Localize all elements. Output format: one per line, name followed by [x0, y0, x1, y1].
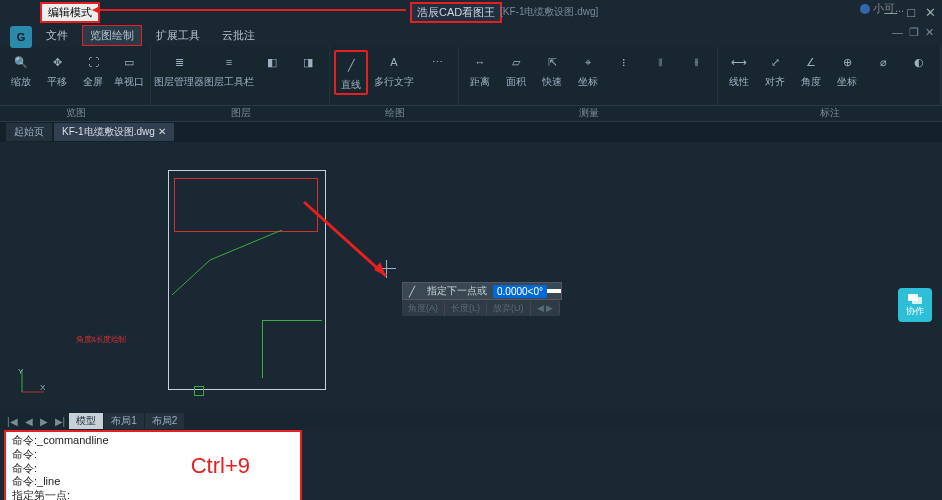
d2-icon: ⌀	[871, 50, 895, 74]
collab-button[interactable]: 协作	[898, 288, 932, 322]
ribbon-mtext-button[interactable]: A多行文字	[370, 50, 418, 95]
prompt-value[interactable]: 0.0000<0°	[493, 285, 547, 298]
ucs-icon: YX	[18, 366, 48, 396]
area-icon: ▱	[504, 50, 528, 74]
ribbon-area-button[interactable]: ▱面积	[499, 50, 533, 89]
ribbon-align-button[interactable]: ⤢对齐	[758, 50, 792, 89]
ribbon-linear-button[interactable]: ⟷线性	[722, 50, 756, 89]
ribbon-m3-button[interactable]: ⫵	[679, 50, 713, 89]
pan-icon: ✥	[45, 50, 69, 74]
svg-text:X: X	[40, 383, 46, 392]
menu-2[interactable]: 扩展工具	[148, 25, 208, 46]
m2-icon: ⫴	[648, 50, 672, 74]
red-rect	[174, 178, 318, 232]
ribbon-extra-button[interactable]: ⋯	[420, 50, 454, 95]
doc-tab-1[interactable]: KF-1电缆敷设图.dwg ✕	[54, 123, 174, 141]
extra-icon: ⋯	[425, 50, 449, 74]
ribbon-group-labels: 览图图层绘图测量标注	[0, 106, 942, 122]
d3-icon: ◐	[907, 50, 931, 74]
dist-icon: ↔	[468, 50, 492, 74]
menu-1[interactable]: 览图绘制	[82, 25, 142, 46]
close2-icon[interactable]: ✕	[925, 26, 934, 39]
window-controls: — □ ✕	[884, 5, 936, 20]
min2-icon[interactable]: —	[892, 26, 903, 39]
layer-a-icon: ◧	[260, 50, 284, 74]
shortcut-overlay: Ctrl+9	[191, 452, 250, 480]
align-icon: ⤢	[763, 50, 787, 74]
layout-nav[interactable]: |◀	[4, 416, 21, 427]
ribbon-layer-tools-button[interactable]: ≡图层工具栏	[205, 50, 253, 89]
layer-tools-icon: ≡	[217, 50, 241, 74]
opt-nav[interactable]: ◀ ▶	[531, 302, 561, 314]
grip-handle[interactable]	[194, 386, 204, 396]
m3-icon: ⫵	[684, 50, 708, 74]
svg-text:Y: Y	[18, 367, 24, 376]
coord-icon: ⌖	[576, 50, 600, 74]
title-bar: 编辑模式 浩辰CAD看图王 [KF-1电缆敷设图.dwg] 小可... — □ …	[0, 0, 942, 24]
ribbon-layer-mgr-button[interactable]: ≣图层管理器	[155, 50, 203, 89]
quick-icon: ⇱	[540, 50, 564, 74]
restore-icon[interactable]: ❐	[909, 26, 919, 39]
ribbon-quick-button[interactable]: ⇱快速	[535, 50, 569, 89]
chat-icon	[907, 293, 923, 305]
green-rect	[262, 320, 322, 378]
opt-undo[interactable]: 放弃(U)	[487, 301, 531, 316]
single-view-icon: ▭	[117, 50, 141, 74]
fullscreen-icon: ⛶	[81, 50, 105, 74]
layout-tab-模型[interactable]: 模型	[69, 413, 103, 429]
ribbon-layer-a-button[interactable]: ◧	[255, 50, 289, 89]
layout-nav[interactable]: ◀	[22, 416, 36, 427]
ribbon-coord-button[interactable]: ⌖坐标	[571, 50, 605, 89]
svg-line-5	[304, 202, 386, 276]
ribbon-angle-button[interactable]: ∠角度	[794, 50, 828, 89]
d1-icon: ⊕	[835, 50, 859, 74]
ribbon-m2-button[interactable]: ⫴	[643, 50, 677, 89]
maximize-button[interactable]: □	[907, 5, 915, 20]
mtext-icon: A	[382, 50, 406, 74]
ribbon-m1-button[interactable]: ⫶	[607, 50, 641, 89]
ribbon-d2-button[interactable]: ⌀	[866, 50, 900, 89]
m1-icon: ⫶	[612, 50, 636, 74]
annotation-arrow-2	[300, 198, 400, 288]
ribbon-line-button[interactable]: ╱直线	[334, 50, 368, 95]
ribbon-pan-button[interactable]: ✥平移	[40, 50, 74, 89]
layer-mgr-icon: ≣	[167, 50, 191, 74]
drawing-canvas[interactable]: 角度&长度绘制 YX ╱ 指定下一点或 0.0000<0° 角度(A) 长度(L…	[0, 142, 942, 412]
ribbon-zoom-button[interactable]: 🔍缩放	[4, 50, 38, 89]
annotation-arrow-1	[96, 9, 406, 11]
app-icon[interactable]: G	[10, 26, 32, 48]
layout-nav[interactable]: ▶	[37, 416, 51, 427]
cmd-line: 命令:_line	[12, 475, 294, 489]
dynamic-input[interactable]: ╱ 指定下一点或 0.0000<0°	[402, 282, 562, 300]
green-polyline	[172, 230, 282, 295]
linear-icon: ⟷	[727, 50, 751, 74]
layout-tabs: |◀◀▶▶|模型布局1布局2	[0, 412, 942, 430]
menu-3[interactable]: 云批注	[214, 25, 263, 46]
ribbon: 🔍缩放✥平移⛶全屏▭单视口≣图层管理器≡图层工具栏◧◨╱直线A多行文字⋯↔距离▱…	[0, 46, 942, 106]
doc-tab-0[interactable]: 起始页	[6, 123, 52, 141]
app-title: 浩辰CAD看图王	[410, 2, 502, 23]
ribbon-fullscreen-button[interactable]: ⛶全屏	[76, 50, 110, 89]
cmd-line: 命令:	[12, 448, 294, 462]
file-name: [KF-1电缆敷设图.dwg]	[500, 5, 598, 19]
menu-0[interactable]: 文件	[38, 25, 76, 46]
ribbon-dist-button[interactable]: ↔距离	[463, 50, 497, 89]
opt-length[interactable]: 长度(L)	[445, 301, 487, 316]
opt-angle[interactable]: 角度(A)	[402, 301, 445, 316]
ribbon-d1-button[interactable]: ⊕坐标	[830, 50, 864, 89]
angle-icon: ∠	[799, 50, 823, 74]
layer-b-icon: ◨	[296, 50, 320, 74]
close-button[interactable]: ✕	[925, 5, 936, 20]
layout-nav[interactable]: ▶|	[52, 416, 69, 427]
layout-tab-布局1[interactable]: 布局1	[104, 413, 144, 429]
menu-right-controls: — ❐ ✕	[892, 26, 934, 39]
minimize-button[interactable]: —	[884, 5, 897, 20]
command-line-panel[interactable]: Ctrl+9 命令:_commandline命令:命令:命令:_line指定第一…	[4, 430, 302, 500]
ribbon-single-view-button[interactable]: ▭单视口	[112, 50, 146, 89]
ribbon-layer-b-button[interactable]: ◨	[291, 50, 325, 89]
ribbon-d3-button[interactable]: ◐	[902, 50, 936, 89]
layout-tab-布局2[interactable]: 布局2	[145, 413, 185, 429]
prompt-text: 指定下一点或	[421, 282, 493, 300]
svg-rect-8	[912, 297, 922, 304]
zoom-icon: 🔍	[9, 50, 33, 74]
